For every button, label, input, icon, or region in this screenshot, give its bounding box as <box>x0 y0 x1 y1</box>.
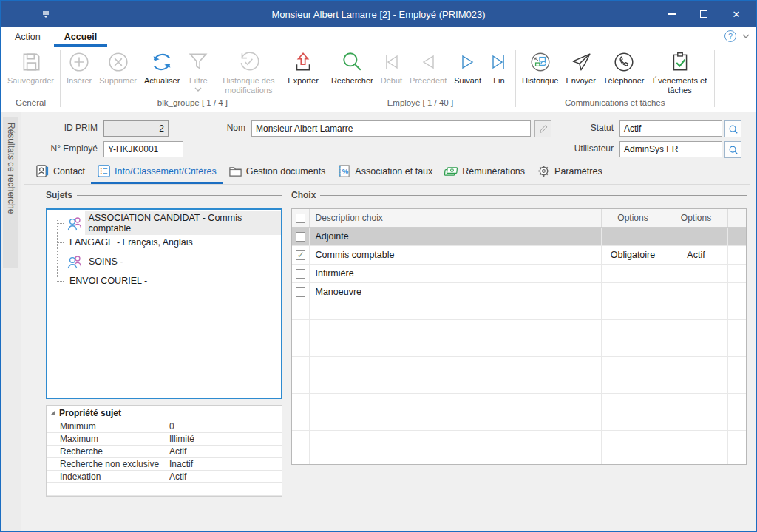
save-icon <box>20 50 42 74</box>
choix-empty-row[interactable] <box>292 319 747 338</box>
choix-empty-row[interactable] <box>292 449 747 465</box>
telephoner-button[interactable]: Téléphoner <box>600 48 648 86</box>
choix-empty-row[interactable] <box>292 375 747 393</box>
choix-description-cell <box>309 338 601 356</box>
choix-option-cell <box>665 356 727 375</box>
tab-gestion-documents[interactable]: Gestion documents <box>223 160 332 184</box>
tree-item[interactable]: LANGAGE - Français, Anglais <box>47 233 281 252</box>
choix-table: Description choix Options Options Adjoin… <box>292 209 747 465</box>
tree-item[interactable]: ENVOI COURIEL - <box>47 271 281 290</box>
choix-option-cell <box>665 227 727 245</box>
choix-option-cell <box>665 449 727 465</box>
filtre-dropdown-icon[interactable] <box>194 87 202 92</box>
historique-button[interactable]: Historique <box>518 48 563 86</box>
sujets-group-title: Sujets <box>46 190 72 200</box>
app-window: Monsieur Albert Lamarre [2] - Employé (P… <box>0 0 757 532</box>
tab-parametres[interactable]: Paramètres <box>531 160 608 184</box>
row-checkbox[interactable] <box>296 250 305 260</box>
utilisateur-lookup-button[interactable] <box>724 141 741 158</box>
choix-empty-row[interactable] <box>292 430 747 449</box>
property-row[interactable]: Recherche non exclusiveInactif <box>47 458 282 471</box>
choix-row[interactable]: Infirmière <box>292 264 747 282</box>
property-row[interactable] <box>47 483 282 496</box>
fin-button[interactable]: Fin <box>485 48 513 86</box>
tree-item-label: LANGAGE - Français, Anglais <box>66 236 197 249</box>
nom-field[interactable]: Monsieur Albert Lamarre <box>251 120 531 137</box>
select-all-checkbox[interactable] <box>296 214 305 223</box>
svg-text:%: % <box>342 167 349 175</box>
utilisateur-field[interactable]: AdminSys FR <box>619 141 722 157</box>
property-row[interactable]: MaximumIllimité <box>47 433 282 446</box>
filter-icon <box>187 50 209 74</box>
choix-description-cell: Adjointe <box>309 227 601 245</box>
statut-lookup-button[interactable] <box>724 120 741 137</box>
choix-description-cell <box>309 319 601 338</box>
people-icon <box>66 254 85 269</box>
property-value: Inactif <box>163 459 193 469</box>
inserer-button[interactable]: Insérer <box>63 48 95 86</box>
previous-record-icon <box>418 50 438 74</box>
choix-row[interactable]: Manoeuvre <box>292 282 747 301</box>
column-options-2[interactable]: Options <box>665 209 727 227</box>
statut-label: Statut <box>549 123 614 133</box>
debut-button[interactable]: Début <box>377 48 406 86</box>
choix-empty-row[interactable] <box>292 338 747 356</box>
ribbon-collapse-icon[interactable] <box>742 33 750 39</box>
choix-empty-row[interactable] <box>292 301 747 319</box>
tree-item[interactable]: ASSOCIATION CANDIDAT - Commis comptable <box>47 214 281 233</box>
results-side-tab[interactable]: Résultats de recherche <box>3 117 18 268</box>
actualiser-button[interactable]: Actualiser <box>140 48 183 86</box>
tree-connector <box>57 262 64 262</box>
propriete-sujet-header[interactable]: Propriété sujet <box>47 406 282 420</box>
ribbon-group-employe: Rechercher Début Précédent <box>325 47 515 112</box>
column-description-choix[interactable]: Description choix <box>309 209 601 227</box>
document-tab-strip: Contact Info/Classement/Critères Gestion… <box>24 160 750 185</box>
close-button[interactable]: ✕ <box>720 1 753 27</box>
no-employe-field[interactable]: Y-HKJK0001 <box>103 141 183 157</box>
supprimer-button[interactable]: Supprimer <box>95 48 140 86</box>
help-icon[interactable]: ? <box>724 30 736 42</box>
minimize-button[interactable] <box>655 1 688 27</box>
lookup-icon <box>728 124 739 134</box>
column-options-1[interactable]: Options <box>601 209 665 227</box>
ribbon-tab-action[interactable]: Action <box>4 29 51 47</box>
property-row[interactable]: RechercheActif <box>47 446 282 458</box>
ribbon-tab-accueil[interactable]: Accueil <box>54 29 107 47</box>
lookup-icon <box>728 145 739 155</box>
choix-option-cell <box>601 412 665 430</box>
envoyer-button[interactable]: Envoyer <box>562 48 599 86</box>
row-checkbox[interactable] <box>296 232 305 242</box>
historique-modifications-button[interactable]: Historique des modifications <box>213 48 284 95</box>
evenements-button[interactable]: Évènements et tâches <box>648 48 712 95</box>
choix-empty-row[interactable] <box>292 356 747 375</box>
row-checkbox[interactable] <box>296 269 305 279</box>
choix-option-cell <box>665 393 727 412</box>
statut-field[interactable]: Actif <box>619 120 722 137</box>
precedent-button[interactable]: Précédent <box>406 48 450 86</box>
tab-info-classement-criteres[interactable]: Info/Classement/Critères <box>91 160 223 184</box>
tab-association-taux[interactable]: % Association et taux <box>331 160 438 184</box>
ribbon-group-label: blk_groupe [ 1 / 4 ] <box>61 98 325 112</box>
choix-description-cell <box>309 301 601 319</box>
property-row[interactable]: Minimum0 <box>47 420 282 433</box>
tree-connector <box>57 281 64 282</box>
rechercher-button[interactable]: Rechercher <box>327 48 377 86</box>
choix-description-cell <box>309 375 601 393</box>
maximize-button[interactable] <box>688 1 720 27</box>
filtre-button[interactable]: Filtre <box>183 48 213 92</box>
choix-empty-row[interactable] <box>292 393 747 412</box>
choix-row[interactable]: Commis comptableObligatoireActif <box>292 245 747 264</box>
choix-empty-row[interactable] <box>292 412 747 430</box>
property-row[interactable]: IndexationActif <box>47 471 282 483</box>
row-checkbox[interactable] <box>296 287 305 297</box>
tab-contact[interactable]: Contact <box>30 160 91 184</box>
choix-row[interactable]: Adjointe <box>292 227 747 245</box>
gear-icon <box>537 164 551 178</box>
tree-item[interactable]: SOINS - <box>47 252 281 271</box>
sauvegarder-button[interactable]: Sauvegarder <box>4 48 58 86</box>
search-icon <box>341 50 363 74</box>
exporter-button[interactable]: Exporter <box>284 48 322 86</box>
property-label: Maximum <box>47 433 163 445</box>
tab-remunerations[interactable]: Rémunérations <box>438 160 531 184</box>
suivant-button[interactable]: Suivant <box>450 48 485 86</box>
